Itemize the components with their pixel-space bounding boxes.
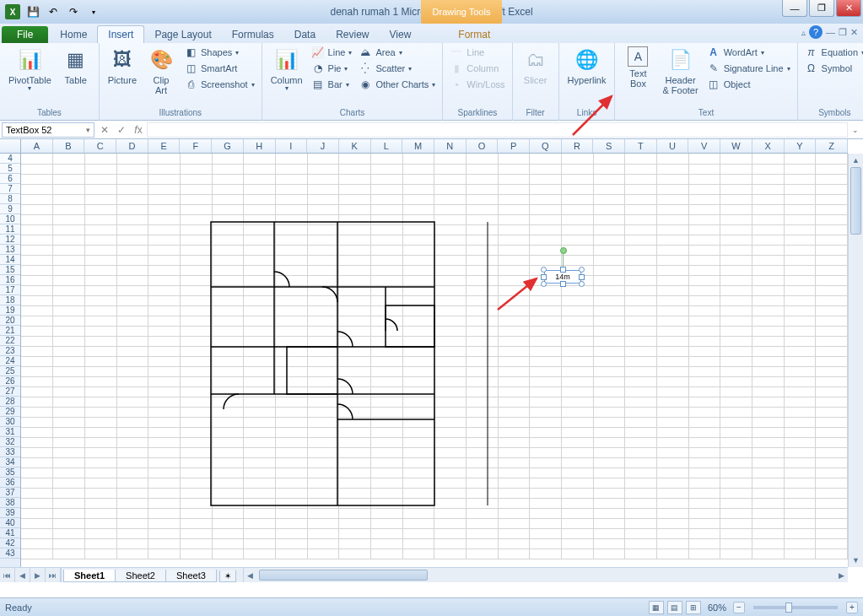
cell[interactable]: [593, 154, 625, 164]
cell[interactable]: [720, 194, 752, 204]
cell[interactable]: [84, 427, 116, 437]
cell[interactable]: [244, 457, 276, 467]
cell[interactable]: [466, 488, 498, 498]
cell[interactable]: [370, 467, 402, 478]
cell[interactable]: [116, 346, 148, 356]
cell[interactable]: [625, 194, 657, 204]
cell[interactable]: [593, 467, 625, 478]
cell[interactable]: [307, 326, 339, 336]
cell[interactable]: [466, 478, 498, 488]
cell[interactable]: [307, 366, 339, 376]
row-header[interactable]: 40: [0, 518, 20, 528]
cell[interactable]: [530, 376, 562, 386]
column-header[interactable]: G: [212, 139, 244, 153]
cell[interactable]: [434, 548, 467, 559]
cell[interactable]: [530, 164, 562, 174]
cell[interactable]: [212, 184, 244, 194]
cell[interactable]: [53, 204, 85, 214]
row-header[interactable]: 19: [0, 305, 20, 316]
cell[interactable]: [498, 184, 530, 194]
cell[interactable]: [244, 407, 276, 417]
row-header[interactable]: 4: [0, 154, 20, 164]
cell[interactable]: [402, 235, 434, 245]
cell[interactable]: [116, 386, 148, 397]
row-header[interactable]: 26: [0, 376, 20, 386]
cell[interactable]: [625, 427, 657, 437]
normal-view-button[interactable]: ▦: [649, 601, 664, 614]
cell[interactable]: [116, 488, 148, 498]
cell[interactable]: [784, 224, 816, 235]
cell[interactable]: [561, 518, 593, 528]
cell[interactable]: [434, 447, 467, 457]
cell[interactable]: [148, 407, 181, 417]
cell[interactable]: [656, 326, 688, 336]
cell[interactable]: [561, 194, 593, 204]
cell[interactable]: [530, 265, 562, 275]
cell[interactable]: [180, 265, 212, 275]
cell[interactable]: [656, 427, 688, 437]
cell[interactable]: [370, 538, 402, 548]
cell[interactable]: [593, 397, 625, 407]
row-header[interactable]: 10: [0, 214, 20, 224]
cell[interactable]: [275, 235, 307, 245]
cell[interactable]: [816, 467, 848, 478]
cell[interactable]: [307, 224, 339, 235]
cell[interactable]: [275, 366, 307, 376]
cell[interactable]: [530, 204, 562, 214]
cell[interactable]: [466, 498, 498, 508]
cell[interactable]: [402, 184, 434, 194]
cell[interactable]: [148, 498, 181, 508]
cell[interactable]: [148, 488, 181, 498]
cell[interactable]: [402, 498, 434, 508]
cell[interactable]: [784, 478, 816, 488]
cell[interactable]: [656, 305, 688, 316]
cell[interactable]: [339, 235, 371, 245]
cell[interactable]: [466, 437, 498, 447]
cell[interactable]: [307, 457, 339, 467]
cell[interactable]: [402, 285, 434, 295]
cell[interactable]: [466, 366, 498, 376]
help-icon[interactable]: ?: [809, 25, 823, 39]
cells-area[interactable]: 14m: [21, 154, 848, 567]
cell[interactable]: [244, 548, 276, 559]
picture-button[interactable]: 🖼Picture: [105, 45, 140, 87]
cell[interactable]: [593, 518, 625, 528]
cell[interactable]: [593, 255, 625, 265]
cell[interactable]: [53, 427, 85, 437]
row-header[interactable]: 21: [0, 326, 20, 336]
cell[interactable]: [402, 407, 434, 417]
cell[interactable]: [402, 386, 434, 397]
cell[interactable]: [625, 417, 657, 427]
cell[interactable]: [530, 548, 562, 559]
cell[interactable]: [434, 245, 467, 255]
cell[interactable]: [307, 184, 339, 194]
cell[interactable]: [561, 295, 593, 305]
cell[interactable]: [180, 538, 212, 548]
name-box[interactable]: TextBox 52▾: [2, 122, 94, 138]
sheet-tab-3[interactable]: Sheet3: [165, 570, 217, 582]
cell[interactable]: [212, 285, 244, 295]
cell[interactable]: [53, 397, 85, 407]
cell[interactable]: [275, 285, 307, 295]
cell[interactable]: [784, 417, 816, 427]
cell[interactable]: [53, 255, 85, 265]
cell[interactable]: [434, 224, 467, 235]
cell[interactable]: [625, 326, 657, 336]
cell[interactable]: [21, 457, 53, 467]
cell[interactable]: [720, 285, 752, 295]
cell[interactable]: [116, 467, 148, 478]
cell[interactable]: [752, 336, 784, 346]
cell[interactable]: [339, 366, 371, 376]
cell[interactable]: [212, 265, 244, 275]
cell[interactable]: [180, 397, 212, 407]
cell[interactable]: [816, 316, 848, 326]
cell[interactable]: [307, 548, 339, 559]
cell[interactable]: [402, 427, 434, 437]
cell[interactable]: [339, 386, 371, 397]
cell[interactable]: [180, 214, 212, 224]
cell[interactable]: [530, 457, 562, 467]
cell[interactable]: [84, 376, 116, 386]
page-break-view-button[interactable]: ⊞: [686, 601, 701, 614]
cell[interactable]: [466, 326, 498, 336]
cell[interactable]: [530, 447, 562, 457]
